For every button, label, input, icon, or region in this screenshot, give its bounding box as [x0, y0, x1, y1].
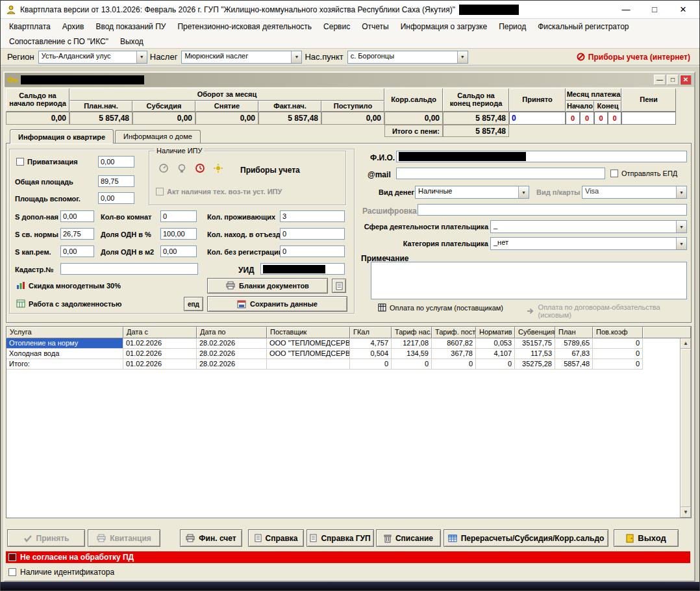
menu-archive[interactable]: Архив — [56, 21, 90, 32]
ipu-act-checkbox-row[interactable]: Акт наличия тех. воз-ти уст. ИПУ — [156, 188, 282, 195]
unregistered-field[interactable] — [280, 245, 345, 257]
send-epd-checkbox[interactable] — [610, 170, 618, 177]
pay-month-end-month[interactable]: 0 — [594, 112, 608, 125]
nasleg-select[interactable]: Мюрюнский наслег ▼ — [181, 51, 302, 64]
peni-value[interactable] — [621, 112, 676, 125]
scrollbar-thumb[interactable] — [681, 349, 691, 507]
document-blanks-button[interactable]: Бланки документов — [207, 278, 328, 294]
large-family-discount-button[interactable]: Скидка многодетным 30% — [16, 281, 121, 290]
child-maximize-button[interactable]: □ — [667, 75, 679, 85]
services-column-header[interactable]: Норматив — [476, 327, 515, 338]
chevron-down-icon[interactable]: ▼ — [676, 238, 686, 249]
chevron-down-icon[interactable]: ▼ — [518, 186, 529, 198]
table-cell: 0 — [350, 359, 392, 370]
cadastre-field[interactable] — [60, 263, 198, 275]
pay-month-end-year[interactable]: 0 — [608, 112, 621, 125]
menu-meter-readings[interactable]: Ввод показаний ПУ — [90, 21, 171, 32]
consent-checkbox[interactable] — [8, 553, 16, 561]
chevron-down-icon[interactable]: ▼ — [291, 51, 301, 63]
child-close-button[interactable]: ✕ — [680, 75, 692, 85]
decode-field[interactable] — [418, 204, 687, 216]
away-field[interactable] — [280, 228, 345, 240]
services-column-header[interactable]: Тариф нас. — [392, 327, 432, 338]
document-mini-button[interactable] — [332, 279, 346, 293]
menu-period[interactable]: Период — [493, 21, 532, 32]
menu-iks-compare[interactable]: Сопоставление с ПО "ИКС" — [3, 36, 114, 47]
writeoff-button[interactable]: Списание — [376, 529, 441, 547]
odn-m2-field[interactable] — [160, 245, 197, 257]
residents-field[interactable] — [280, 210, 345, 222]
certificate-button[interactable]: Справка — [248, 529, 304, 547]
menu-reports[interactable]: Отчеты — [356, 21, 394, 32]
table-cell: 134,59 — [392, 349, 432, 359]
exit-button[interactable]: Выход — [614, 529, 679, 547]
chevron-down-icon[interactable]: ▼ — [676, 186, 686, 198]
table-row[interactable]: Итого:01.02.202628.02.2026000035275,2858… — [6, 359, 691, 370]
debt-work-button[interactable]: Работа с задолженностью — [16, 299, 121, 308]
services-column-header[interactable]: Дата с — [123, 327, 197, 338]
minimize-button[interactable]: — — [619, 5, 633, 14]
table-row[interactable]: Отопление на норму01.02.202628.02.2026ОО… — [6, 338, 691, 349]
sphere-select[interactable]: _ ▼ — [490, 220, 687, 233]
vertical-scrollbar[interactable]: ▲ ▼ — [680, 338, 691, 518]
aux-area-field[interactable] — [98, 192, 134, 204]
money-kind-select[interactable]: Наличные ▼ — [415, 186, 529, 199]
total-area-field[interactable] — [98, 175, 134, 187]
save-data-button[interactable]: Сохранить данные — [207, 296, 347, 312]
menu-kvartplata[interactable]: Квартплата — [3, 21, 56, 32]
s-capital-field[interactable] — [60, 245, 94, 257]
chevron-down-icon[interactable]: ▼ — [457, 51, 468, 63]
services-column-header[interactable]: ГКал — [350, 327, 392, 338]
menu-fiscal-register[interactable]: Фискальный регистратор — [532, 21, 634, 32]
s-add-field[interactable] — [60, 210, 94, 222]
epd-button[interactable]: епд — [184, 297, 203, 311]
settlement-select[interactable]: с. Борогонцы ▼ — [347, 51, 468, 64]
region-select[interactable]: Усть-Алданский улус ▼ — [38, 51, 147, 64]
menu-load-info[interactable]: Информация о загрузке — [395, 21, 493, 32]
accepted-input[interactable] — [510, 112, 565, 124]
pay-month-start-year[interactable]: 0 — [580, 112, 594, 125]
services-column-header[interactable]: Пов.коэф — [593, 327, 643, 338]
scroll-up-icon[interactable]: ▲ — [681, 338, 691, 349]
pay-month-start-month[interactable]: 0 — [566, 112, 580, 125]
maximize-button[interactable]: □ — [647, 5, 662, 14]
child-minimize-button[interactable]: — — [654, 75, 666, 85]
meters-internet-link[interactable]: Приборы учета (интернет) — [577, 53, 695, 62]
odn-pct-field[interactable] — [160, 228, 197, 240]
tab-house-info[interactable]: Информация о доме — [115, 130, 201, 143]
scroll-down-icon[interactable]: ▼ — [681, 507, 691, 518]
services-column-header[interactable]: Услуга — [6, 327, 123, 338]
table-cell: Итого: — [6, 359, 123, 370]
privatization-checkbox-row[interactable]: Приватизация — [16, 158, 78, 166]
table-row[interactable]: Холодная вода01.02.202628.02.2026ООО "ТЕ… — [6, 349, 691, 359]
identifier-checkbox[interactable] — [8, 568, 16, 576]
privatization-checkbox[interactable] — [16, 158, 24, 166]
ipu-act-checkbox[interactable] — [156, 188, 164, 195]
send-epd-checkbox-row[interactable]: Отправлять ЕПД — [610, 170, 677, 177]
pay-by-services-button[interactable]: Оплата по услугам (поставщикам) — [378, 303, 503, 312]
card-kind-select[interactable]: Visa ▼ — [582, 186, 687, 199]
menu-service[interactable]: Сервис — [318, 21, 356, 32]
menu-claims[interactable]: Претензионно-исковая деятельность — [171, 21, 318, 32]
services-column-header[interactable]: План — [555, 327, 593, 338]
fin-account-button[interactable]: Фин. счет — [180, 529, 242, 547]
chevron-down-icon[interactable]: ▼ — [676, 221, 686, 233]
menu-exit[interactable]: Выход — [114, 36, 149, 47]
tab-apartment-info[interactable]: Информация о квартире — [10, 129, 114, 144]
fio-field[interactable] — [396, 151, 687, 162]
category-select[interactable]: _нет ▼ — [490, 237, 687, 250]
rooms-field[interactable] — [160, 210, 197, 222]
mail-field[interactable] — [396, 168, 605, 179]
services-column-header[interactable]: Субвенция — [515, 327, 555, 338]
services-column-header[interactable]: Дата по — [197, 327, 267, 338]
recalc-button[interactable]: Перерасчеты/Субсидия/Корр.сальдо — [444, 529, 608, 547]
note-textarea[interactable] — [371, 262, 687, 299]
chevron-down-icon[interactable]: ▼ — [136, 51, 147, 63]
uid-field[interactable] — [260, 263, 345, 275]
privatization-field[interactable] — [98, 156, 134, 168]
close-button[interactable]: ✕ — [676, 5, 690, 14]
s-over-field[interactable] — [60, 228, 94, 240]
certificate-gup-button[interactable]: Справка ГУП — [306, 529, 374, 547]
services-column-header[interactable]: Тариф. пост — [432, 327, 476, 338]
services-column-header[interactable]: Поставщик — [267, 327, 350, 338]
